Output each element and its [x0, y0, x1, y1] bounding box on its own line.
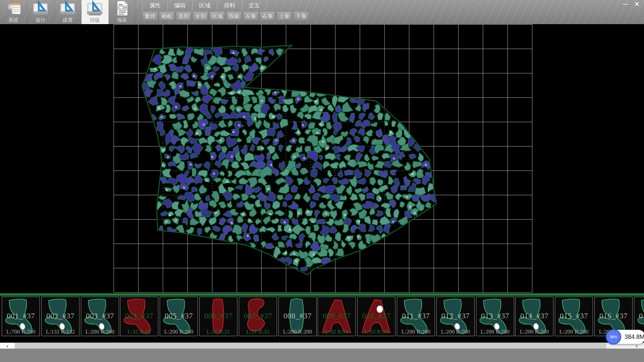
action-button-bar: 聚排相机选割全割区域瑕疵左靠右靠上靠下靠	[142, 11, 309, 22]
thumbnail-shape	[279, 297, 316, 336]
usage-percent-badge: 38%	[606, 329, 621, 345]
window-minimize-button[interactable]: —	[621, 0, 631, 8]
thumbnail-shape	[42, 297, 79, 336]
thumbnail-shape	[120, 297, 158, 336]
thumbnail-cell[interactable]: 007_#37L:31 R:31	[239, 297, 277, 336]
thumbnail-cell[interactable]: 010_#37L:33 R:33	[357, 297, 395, 336]
menu-tab-nesting[interactable]: 排料	[217, 0, 242, 11]
application-window: 系统设计设置排版报表 属性编辑区域排料交互 聚排相机选割全割区域瑕疵左靠右靠上靠…	[0, 0, 644, 362]
thumbnail-cell[interactable]: 005_#37L:200 R:200	[160, 297, 198, 336]
action-button-cluster-nest[interactable]: 聚排	[142, 11, 158, 21]
thumbnail-cell[interactable]: 012_#37L:200 R:200	[436, 297, 475, 336]
action-button-snap-bottom[interactable]: 下靠	[293, 11, 309, 21]
thumbnail-cell[interactable]: 011_#37L:200 R:200	[397, 297, 435, 336]
report-icon	[114, 0, 130, 17]
thumbnail-cell[interactable]: 015_#37L:200 R:200	[555, 297, 593, 336]
menu-tab-edit[interactable]: 编辑	[167, 0, 192, 11]
horizontal-scrollbar[interactable]: ‹ ›	[0, 343, 644, 349]
menu-tab-region[interactable]: 区域	[192, 0, 217, 11]
strip-divider-line-2	[0, 295, 644, 296]
thumbnail-shape	[318, 297, 356, 336]
memory-usage-pill: 38% 384.8M	[606, 330, 644, 344]
mode-label-nesting: 排版	[82, 17, 108, 23]
thumbnail-cell[interactable]: 008_#37L:200 R:200	[278, 297, 317, 336]
thumbnail-cell[interactable]: 009_#37L:32 R:31	[318, 297, 356, 336]
window-close-button[interactable]: ✕	[632, 0, 642, 8]
thumbnail-shape	[437, 297, 474, 336]
thumbnail-cell[interactable]: 006_#37L:21 R:21	[199, 297, 237, 336]
action-button-snap-left[interactable]: 左靠	[243, 11, 259, 21]
action-button-camera[interactable]: 相机	[159, 11, 175, 21]
thumbnail-shape	[239, 297, 277, 336]
nesting-icon	[86, 0, 104, 18]
thumbnail-shape	[81, 297, 119, 336]
mode-label-system: 系统	[0, 17, 27, 23]
menu-tab-properties[interactable]: 属性	[143, 0, 167, 11]
thumbnail-shape	[476, 297, 514, 336]
nesting-canvas[interactable]	[0, 24, 644, 294]
menu-tab-interaction[interactable]: 交互	[242, 0, 267, 11]
thumbnail-shape	[397, 297, 435, 336]
mode-button-settings[interactable]: 设置	[54, 0, 82, 24]
thumbnail-shape	[555, 297, 593, 336]
mode-label-settings: 设置	[54, 17, 81, 23]
action-button-select-cut[interactable]: 选割	[176, 11, 192, 21]
design-icon	[32, 0, 49, 18]
thumbnail-shape	[516, 297, 553, 336]
action-button-snap-top[interactable]: 上靠	[276, 11, 292, 21]
thumbnail-cell[interactable]: 003_#37L:200 R:200	[81, 297, 119, 336]
memory-value: 384.8M	[625, 330, 644, 344]
mode-button-bar: 系统设计设置排版报表	[0, 0, 136, 24]
action-button-cut-all[interactable]: 全割	[193, 11, 208, 21]
menu-tab-bar: 属性编辑区域排料交互	[143, 0, 267, 11]
scroll-left-button[interactable]: ‹	[0, 343, 15, 349]
thumbnail-shape	[200, 297, 237, 336]
action-button-snap-right[interactable]: 右靠	[260, 11, 275, 21]
mode-button-system[interactable]: 系统	[0, 0, 27, 24]
system-icon	[5, 0, 22, 17]
thumbnail-shape	[160, 297, 198, 336]
bottom-bar	[0, 349, 644, 362]
thumbnail-cell[interactable]: 013_#37L:200 R:200	[476, 297, 514, 336]
mode-label-report: 报表	[109, 17, 136, 23]
mode-button-report[interactable]: 报表	[109, 0, 136, 24]
thumbnail-cell[interactable]: 014_#37L:200 R:200	[515, 297, 553, 336]
piece-thumbnail-strip: 001_#37L:700 R:700002_#37L:132 R:132003_…	[0, 294, 644, 343]
thumbnail-cell[interactable]: 004_#37L:31 R:31	[120, 297, 158, 336]
thumbnail-cell[interactable]: 002_#37L:132 R:132	[41, 297, 79, 336]
mode-label-design: 设计	[27, 17, 54, 23]
thumbnail-shape	[2, 297, 40, 336]
strip-divider-line	[0, 294, 644, 295]
scroll-thumb[interactable]	[15, 343, 606, 349]
thumbnail-cell[interactable]: 001_#37L:700 R:700	[2, 297, 40, 336]
thumbnail-shape	[358, 297, 395, 336]
nest-svg	[0, 24, 644, 294]
settings-icon	[59, 0, 76, 18]
mode-button-design[interactable]: 设计	[27, 0, 54, 24]
titlebar: 系统设计设置排版报表 属性编辑区域排料交互 聚排相机选割全割区域瑕疵左靠右靠上靠…	[0, 0, 644, 24]
action-button-region[interactable]: 区域	[209, 11, 225, 21]
mode-button-nesting[interactable]: 排版	[82, 0, 109, 24]
action-button-defect[interactable]: 瑕疵	[226, 11, 242, 21]
